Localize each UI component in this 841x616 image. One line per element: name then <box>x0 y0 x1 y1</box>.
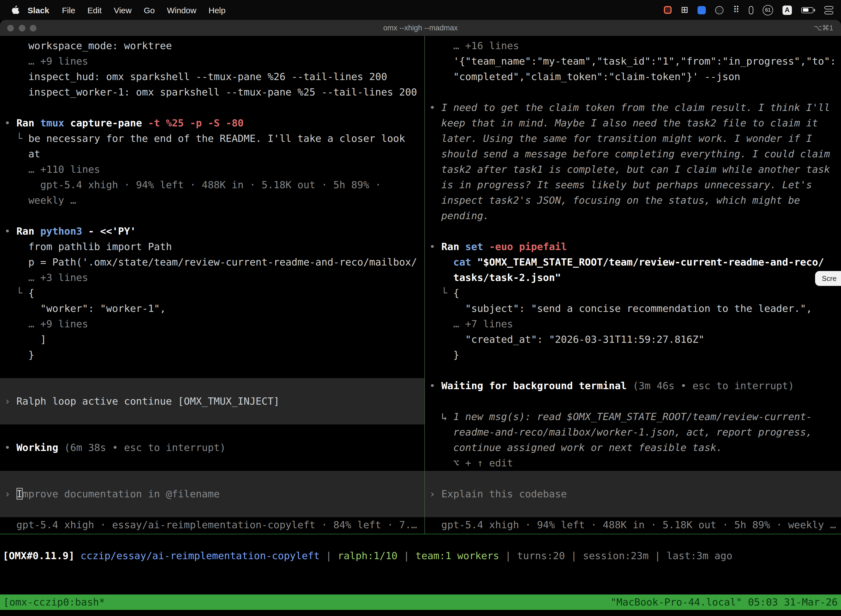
battery-icon[interactable] <box>801 7 815 13</box>
omx-status-line: [OMX#0.11.9] cczip/essay/ai-reimplementa… <box>3 548 732 563</box>
terminal-line: ] <box>0 332 424 347</box>
battery-percent-ring[interactable]: 61 <box>763 5 773 15</box>
terminal-line: └ be necessary for the end of the README… <box>0 131 424 146</box>
traffic-lights <box>7 25 37 31</box>
tmux-pane-left[interactable]: workspace_mode: worktree … +9 lines insp… <box>0 36 424 534</box>
tmux-pane-right[interactable]: … +16 lines '{"team_name":"my-team","tas… <box>425 36 841 534</box>
menu-item-go[interactable]: Go <box>138 5 161 15</box>
terminal-line: inspect_hud: omx sparkshell --tmux-pane … <box>0 69 424 84</box>
composer-line[interactable] <box>0 471 424 486</box>
menu-item-view[interactable]: View <box>108 5 138 15</box>
battery-body <box>801 7 813 13</box>
menu-item-window[interactable]: Window <box>161 5 202 15</box>
text-cursor[interactable]: I <box>16 488 22 500</box>
terminal-line <box>0 363 424 378</box>
terminal-line: • Ran tmux capture-pane -t %25 -p -S -80 <box>0 115 424 131</box>
terminal-line: continue assigned work or next feasible … <box>425 440 841 455</box>
terminal-line: • I need to get the claim token from the… <box>425 100 841 115</box>
menu-items: FileEditViewGoWindowHelp <box>56 5 231 15</box>
terminal-line: tasks/task-2.json" <box>425 270 841 285</box>
terminal-line: … +7 lines <box>425 316 841 332</box>
title-bar[interactable]: omx --xhigh --madmax ⌥⌘1 <box>0 20 841 36</box>
terminal-window: omx --xhigh --madmax ⌥⌘1 workspace_mode:… <box>0 20 841 616</box>
terminal-line: gpt-5.4 xhigh · essay/ai-reimplementatio… <box>0 517 424 532</box>
terminal-line: … +110 lines <box>0 162 424 177</box>
terminal-line <box>0 455 424 471</box>
window-grid-icon[interactable]: ⊞ <box>681 6 689 14</box>
terminal-line: } <box>0 347 424 363</box>
terminal-line: later. Using the same for transition mig… <box>425 131 841 146</box>
terminal-line: is in progress? It seems likely but perh… <box>425 177 841 193</box>
menu-item-edit[interactable]: Edit <box>81 5 108 15</box>
composer-line[interactable] <box>425 471 841 486</box>
composer-line[interactable] <box>425 502 841 517</box>
terminal-line: task2 after task1 is complete, but can I… <box>425 162 841 177</box>
terminal-line: … +9 lines <box>0 54 424 69</box>
terminal-line: • Working (6m 38s • esc to interrupt) <box>0 440 424 455</box>
terminal-line: at <box>0 146 424 162</box>
terminal-line <box>425 224 841 239</box>
close-button[interactable] <box>7 25 14 31</box>
tmux-session-window: [omx-cczip0:bash* <box>3 594 105 610</box>
window-title: omx --xhigh --madmax <box>383 24 458 32</box>
terminal-line: from pathlib import Path <box>0 239 424 254</box>
terminal-line: cat "$OMX_TEAM_STATE_ROOT/team/review-cu… <box>425 254 841 270</box>
terminal-line <box>425 393 841 409</box>
frontmost-app-menu[interactable]: Slack <box>21 5 56 15</box>
terminal-content: workspace_mode: worktree … +9 lines insp… <box>0 36 841 616</box>
terminal-line: workspace_mode: worktree <box>0 38 424 54</box>
circle-app-icon[interactable] <box>715 6 724 14</box>
screen-share-overlay[interactable]: Scre <box>815 271 841 286</box>
terminal-line: "completed","claim_token":"claim-token"}… <box>425 69 841 84</box>
composer-line[interactable] <box>0 502 424 517</box>
terminal-line: weekly … <box>0 193 424 208</box>
zoom-button[interactable] <box>30 25 37 31</box>
terminal-line: ⌥ + ↑ edit <box>425 455 841 471</box>
pill-icon[interactable] <box>749 6 753 14</box>
battery-fill <box>803 8 808 12</box>
window-shortcut-badge: ⌥⌘1 <box>814 24 833 32</box>
composer-line[interactable] <box>0 378 424 393</box>
menu-bar-status-icons: ⊞⠿61A <box>664 5 833 15</box>
menu-bar: Slack FileEditViewGoWindowHelp ⊞⠿61A <box>0 0 841 20</box>
composer-line[interactable] <box>0 409 424 424</box>
terminal-line: └ { <box>425 285 841 301</box>
terminal-line: should send a message before completing … <box>425 146 841 162</box>
terminal-line: gpt-5.4 xhigh · 94% left · 488K in · 5.1… <box>0 177 424 193</box>
terminal-line: "worker": "worker-1", <box>0 301 424 316</box>
control-center-icon[interactable] <box>825 6 833 14</box>
terminal-line: '{"team_name":"my-team","task_id":"1","f… <box>425 54 841 69</box>
input-source-icon[interactable]: A <box>782 5 792 15</box>
tmux-status-bar: [omx-cczip0:bash* "MacBook-Pro-44.local"… <box>0 594 841 610</box>
apple-menu-icon[interactable] <box>12 5 19 15</box>
terminal-line: • Ran set -euo pipefail <box>425 239 841 254</box>
omx-hud-pane: [OMX#0.11.9] cczip/essay/ai-reimplementa… <box>0 534 841 594</box>
raycast-icon[interactable] <box>698 6 706 14</box>
terminal-line: "created_at": "2026-03-31T11:59:27.816Z" <box>425 332 841 347</box>
composer-line[interactable]: › Ralph loop active continue [OMX_TMUX_I… <box>0 393 424 409</box>
screen-recording-indicator[interactable] <box>664 6 672 14</box>
terminal-line <box>0 100 424 115</box>
terminal-line: ↳ 1 new msg(s): read $OMX_TEAM_STATE_ROO… <box>425 409 841 424</box>
terminal-line <box>0 208 424 224</box>
terminal-line: • Ran python3 - <<'PY' <box>0 224 424 239</box>
composer-line[interactable]: › Improve documentation in @filename <box>0 486 424 502</box>
screen: Slack FileEditViewGoWindowHelp ⊞⠿61A omx… <box>0 0 841 616</box>
terminal-line: readme-and-reco/mailbox/worker-1.json, a… <box>425 424 841 440</box>
terminal-line: "subject": "send a concise recommendatio… <box>425 301 841 316</box>
menu-item-file[interactable]: File <box>56 5 81 15</box>
terminal-line: } <box>425 347 841 363</box>
menu-item-help[interactable]: Help <box>202 5 232 15</box>
terminal-line: • Waiting for background terminal (3m 46… <box>425 378 841 393</box>
terminal-line: p = Path('.omx/state/team/review-current… <box>0 254 424 270</box>
minimize-button[interactable] <box>19 25 25 31</box>
battery-nub <box>814 9 815 11</box>
composer-line[interactable]: › Explain this codebase <box>425 486 841 502</box>
terminal-line: gpt-5.4 xhigh · 94% left · 488K in · 5.1… <box>425 517 841 532</box>
terminal-line: └ { <box>0 285 424 301</box>
terminal-line: inspect task2's JSON, focusing on the st… <box>425 193 841 208</box>
terminal-line: … +9 lines <box>0 316 424 332</box>
terminal-line: inspect_worker-1: omx sparkshell --tmux-… <box>0 84 424 100</box>
dots-grid-icon[interactable]: ⠿ <box>733 6 740 14</box>
terminal-line: … +16 lines <box>425 38 841 54</box>
